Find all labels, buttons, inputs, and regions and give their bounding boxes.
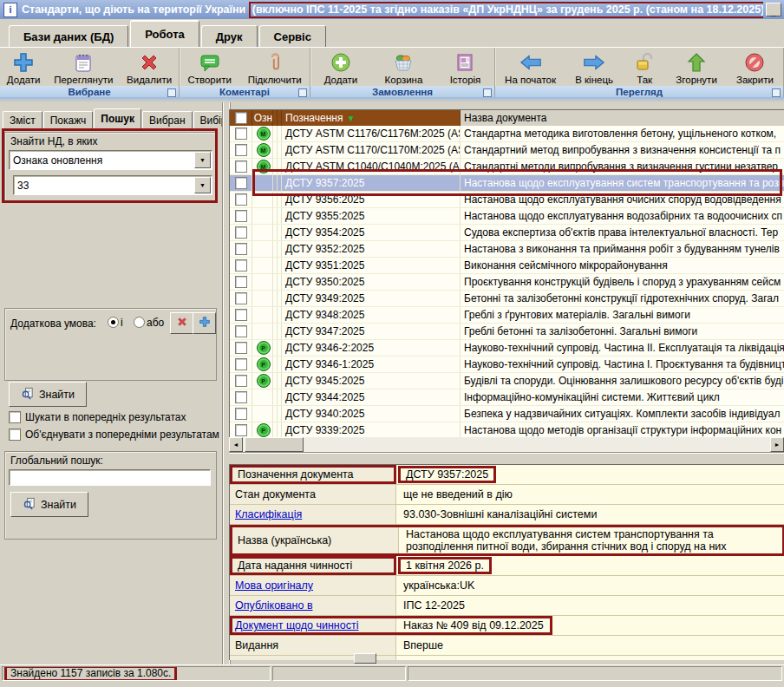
go-first-button[interactable]: На початок (500, 49, 560, 86)
search-value-dropdown[interactable]: 33 ▼ (13, 175, 212, 195)
detail-label[interactable]: Дата надання чинності (238, 559, 352, 572)
dialog-launcher-icon[interactable] (772, 88, 781, 97)
table-row[interactable]: ДСТУ 9348:2025 Греблі з ґрунтових матері… (230, 307, 784, 324)
column-header-name[interactable]: Назва документа (461, 110, 784, 126)
row-checkbox[interactable] (235, 309, 247, 321)
select-all-cell[interactable] (230, 110, 252, 126)
table-row[interactable]: ДСТУ 9357:2025 Настанова щодо експлуатув… (230, 175, 784, 192)
checkbox-search-previous[interactable]: Шукати в попередніх результатах (9, 411, 217, 423)
dialog-launcher-icon[interactable] (167, 88, 176, 97)
row-checkbox[interactable] (235, 210, 247, 222)
detail-label[interactable]: Стан документа (235, 488, 316, 501)
row-checkbox[interactable] (235, 160, 247, 173)
row-checkbox[interactable] (235, 391, 247, 403)
table-row[interactable]: ДСТУ 9356:2025 Настанова щодо експлуатув… (230, 192, 784, 208)
table-row[interactable]: ДСТУ 9344:2025 Інформаційно-комунікаційн… (230, 389, 784, 406)
row-checkbox[interactable] (235, 342, 247, 354)
table-row[interactable]: Р ДСТУ 9346-2:2025 Науково-технічний суп… (230, 340, 784, 357)
scrollbar-thumb[interactable] (245, 437, 304, 452)
table-row[interactable]: ДСТУ 9354:2025 Судова експертиза об'єкті… (230, 225, 784, 241)
row-checkbox[interactable] (235, 375, 247, 387)
column-header-mark[interactable]: Озн (252, 110, 273, 126)
detail-label[interactable]: Класифікація (235, 508, 302, 520)
lock-toggle-button[interactable]: Так (628, 49, 661, 86)
checkbox[interactable] (9, 411, 21, 423)
table-row[interactable]: ДСТУ 9340:2025 Безпека у надзвичайних си… (230, 406, 784, 422)
radio-and[interactable] (108, 317, 119, 328)
ribbon-tab[interactable]: Робота (130, 20, 199, 47)
add-order-button[interactable]: Додати (320, 49, 363, 86)
global-search-input[interactable] (9, 469, 211, 486)
find-button[interactable]: Знайти (9, 382, 87, 407)
scroll-right-icon[interactable]: ► (770, 437, 784, 452)
search-document-icon (23, 497, 36, 513)
ribbon-tab[interactable]: Сервіс (259, 25, 326, 47)
scroll-left-icon[interactable]: ◄ (229, 437, 243, 452)
table-row[interactable]: ДСТУ 9351:2025 Виконання сейсмічного мік… (230, 258, 784, 274)
remove-condition-button[interactable] (170, 312, 193, 334)
detail-label[interactable]: Мова оригіналу (235, 579, 313, 592)
ribbon-tab[interactable]: Бази даних (БД) (9, 25, 128, 47)
detail-label[interactable]: Назва (українська) (238, 534, 331, 546)
row-checkbox[interactable] (235, 276, 247, 288)
row-checkbox[interactable] (235, 226, 247, 239)
details-scrollbar-thumb[interactable] (354, 653, 376, 664)
detail-label[interactable]: Опубліковано в (235, 599, 313, 612)
basket-button[interactable]: Корзина (381, 49, 428, 86)
table-row[interactable]: ДСТУ 9350:2025 Проєктування конструкцій … (230, 274, 784, 291)
checkbox[interactable] (9, 429, 21, 441)
row-checkbox[interactable] (235, 292, 247, 304)
column-header-designation[interactable]: Позначення▼ (282, 110, 461, 126)
create-comment-button[interactable]: Створити (183, 49, 235, 86)
attach-comment-button[interactable]: Підключити (244, 49, 306, 86)
sidebar-tab[interactable]: Зміст (3, 111, 42, 128)
sidebar-tab[interactable]: Вибран (142, 111, 193, 128)
table-row[interactable]: Р ДСТУ 9345:2025 Будівлі та споруди. Оці… (230, 373, 784, 389)
view-button[interactable]: Переглянути (49, 49, 117, 86)
table-row[interactable]: ДСТУ 9349:2025 Бетонні та залізобетонні … (230, 291, 784, 307)
table-row[interactable]: М ДСТУ ASTM C1170/C1170M:2025 (AS Станда… (230, 142, 784, 159)
history-button[interactable]: Історія (446, 49, 486, 86)
detail-label[interactable]: Позначення документа (238, 468, 354, 481)
sidebar-tab[interactable]: Покажч (43, 111, 94, 128)
checkbox-merge-previous[interactable]: Об'єднувати з попередніми результатам (9, 429, 220, 441)
row-checkbox[interactable] (235, 408, 247, 420)
row-checkbox[interactable] (235, 193, 247, 206)
detail-label[interactable]: Видання (235, 639, 278, 651)
detail-label[interactable]: Документ щодо чинності (235, 619, 358, 631)
table-details-splitter[interactable] (229, 452, 784, 465)
table-row[interactable]: М ДСТУ ASTM C1040/C1040M:2025 (AS Станда… (230, 159, 784, 175)
table-row[interactable]: М ДСТУ ASTM C1176/C1176M:2025 (AS Станда… (230, 126, 784, 142)
add-favorite-button[interactable]: Додати (3, 49, 45, 86)
row-checkbox[interactable] (235, 177, 247, 189)
add-condition-button[interactable] (193, 312, 216, 334)
row-checkbox[interactable] (235, 144, 247, 156)
chevron-down-icon[interactable]: ▼ (194, 177, 211, 193)
row-checkbox[interactable] (235, 259, 247, 272)
search-field-dropdown[interactable]: Ознака оновлення ▼ (9, 150, 212, 170)
dialog-launcher-icon[interactable] (483, 88, 492, 97)
row-checkbox[interactable] (235, 358, 247, 370)
sidebar-tab[interactable]: Вибірка (193, 111, 222, 128)
row-checkbox[interactable] (235, 243, 247, 255)
table-row[interactable]: Р ДСТУ 9346-1:2025 Науково-технічний суп… (230, 357, 784, 373)
ribbon-tab[interactable]: Друк (201, 25, 258, 47)
row-checkbox[interactable] (235, 325, 247, 337)
radio-or[interactable] (134, 317, 145, 328)
table-hscrollbar[interactable]: ◄ ► (229, 437, 784, 452)
select-all-checkbox[interactable] (235, 112, 247, 124)
dialog-launcher-icon[interactable] (298, 88, 307, 97)
row-checkbox[interactable] (235, 424, 247, 436)
row-checkbox[interactable] (235, 128, 247, 140)
chevron-down-icon[interactable]: ▼ (194, 152, 211, 168)
global-find-button[interactable]: Знайти (10, 492, 88, 517)
minimize-button[interactable]: _ (766, 3, 781, 16)
table-row[interactable]: ДСТУ 9355:2025 Настанова щодо експлуатув… (230, 208, 784, 225)
go-last-button[interactable]: В кінець (571, 49, 617, 86)
table-row[interactable]: ДСТУ 9352:2025 Настанова з виконання та … (230, 241, 784, 258)
delete-button[interactable]: Видалити (122, 49, 176, 86)
close-button[interactable]: Закрити (732, 49, 778, 86)
sidebar-tab[interactable]: Пошук (94, 108, 141, 128)
table-row[interactable]: ДСТУ 9347:2025 Греблі бетонні та залізоб… (230, 324, 784, 340)
collapse-button[interactable]: Згорнути (671, 49, 721, 86)
